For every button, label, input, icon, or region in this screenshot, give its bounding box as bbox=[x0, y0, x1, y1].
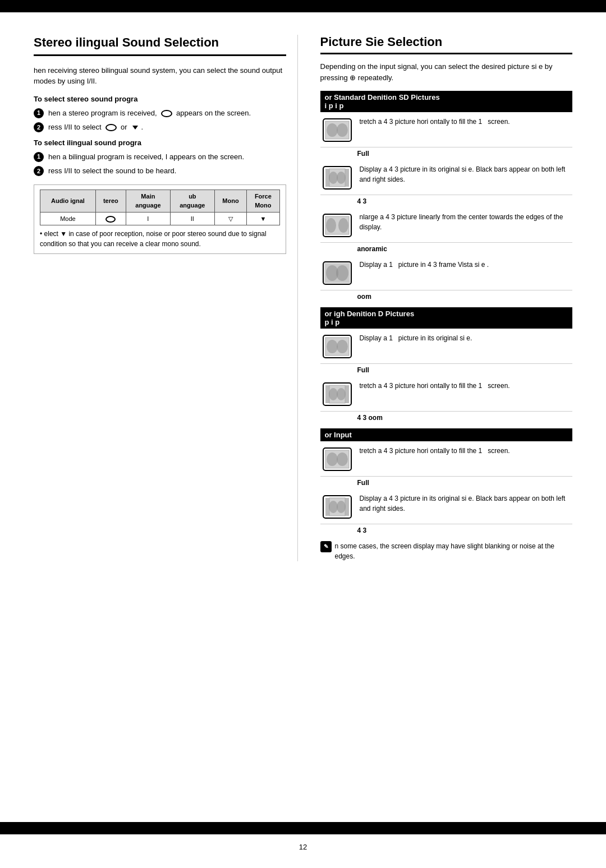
stereo-heading: To select stereo sound progra bbox=[34, 95, 286, 103]
svg-point-27 bbox=[329, 388, 338, 400]
sd-panoramic-icon bbox=[320, 212, 354, 238]
sd-43-icon bbox=[320, 164, 354, 190]
hd-43zoom-desc: tretch a 4 3 picture hori ontally to fil… bbox=[360, 381, 573, 391]
hd-43zoom-label: 4 3 oom bbox=[320, 414, 573, 422]
right-intro: Depending on the input signal, you can s… bbox=[320, 61, 573, 83]
sd-subheading: i p i p bbox=[325, 101, 344, 110]
sd-header: or Standard Denition SD Pictures i p i p bbox=[320, 91, 573, 112]
svg-rect-6 bbox=[345, 169, 349, 187]
svg-point-13 bbox=[338, 218, 348, 233]
sd-panoramic-row: nlarge a 4 3 picture linearly from the c… bbox=[320, 207, 573, 243]
sd-panoramic-desc: nlarge a 4 3 picture linearly from the c… bbox=[360, 212, 573, 232]
bottom-note-text: n some cases, the screen display may hav… bbox=[335, 541, 573, 561]
right-title: Picture Sie Selection bbox=[320, 35, 573, 54]
bil-step-2-num: 2 bbox=[34, 166, 44, 176]
page-content: Stereo ilingual Sound Selection hen rece… bbox=[0, 12, 606, 606]
hd-section: or igh Denition D Pictures p i p bbox=[320, 307, 573, 422]
note-box: Audio ignal tereo Mainanguage ubanguage … bbox=[34, 184, 286, 255]
td-stereo-icon bbox=[95, 212, 126, 225]
th-sub: ubanguage bbox=[170, 190, 214, 212]
two-column-layout: Stereo ilingual Sound Selection hen rece… bbox=[34, 35, 572, 561]
pc-header: or Input bbox=[320, 428, 573, 441]
pc-full-row: tretch a 4 3 picture hori ontally to fil… bbox=[320, 441, 573, 477]
note-bullet: • elect ▼ in case of poor reception, noi… bbox=[40, 229, 280, 249]
pc-full-label: Full bbox=[320, 479, 573, 487]
sd-43-desc: Display a 4 3 picture in its original si… bbox=[360, 164, 573, 184]
tv-43-svg bbox=[322, 165, 352, 190]
stereo-section: To select stereo sound progra 1 hen a st… bbox=[34, 95, 286, 133]
svg-rect-25 bbox=[345, 385, 349, 403]
svg-point-21 bbox=[327, 340, 338, 353]
th-mono: Mono bbox=[214, 190, 246, 212]
th-force: ForceMono bbox=[247, 190, 279, 212]
hd-heading: or igh Denition D Pictures bbox=[325, 310, 415, 318]
sd-full-row: tretch a 4 3 picture hori ontally to fil… bbox=[320, 112, 573, 147]
svg-point-12 bbox=[326, 218, 336, 233]
sd-zoom-desc: Display a 1 picture in 4 3 frame Vista s… bbox=[360, 260, 573, 270]
step-2-num: 2 bbox=[34, 122, 44, 132]
td-I: I bbox=[126, 212, 170, 225]
svg-point-38 bbox=[337, 501, 346, 513]
pc-full-desc: tretch a 4 3 picture hori ontally to fil… bbox=[360, 446, 573, 456]
th-audio: Audio ignal bbox=[40, 190, 96, 212]
down-arrow-icon bbox=[132, 126, 138, 130]
hd-full-label: Full bbox=[320, 366, 573, 374]
audio-mode-table: Audio ignal tereo Mainanguage ubanguage … bbox=[40, 190, 280, 226]
td-mode: Mode bbox=[40, 212, 96, 225]
pc-full-icon bbox=[320, 446, 354, 472]
page-number: 12 bbox=[0, 843, 606, 851]
sd-full-label: Full bbox=[320, 150, 573, 158]
svg-point-37 bbox=[329, 501, 338, 513]
hd-full-desc: Display a 1 picture in its original si e… bbox=[360, 333, 573, 343]
svg-point-2 bbox=[327, 123, 338, 137]
sd-zoom-label: oom bbox=[320, 293, 573, 301]
sd-43-row: Display a 4 3 picture in its original si… bbox=[320, 160, 573, 195]
pc-43-label: 4 3 bbox=[320, 527, 573, 534]
hd-subheading: p i p bbox=[325, 318, 340, 326]
sd-heading: or Standard Denition SD Pictures bbox=[325, 93, 440, 101]
bilingual-step-1: 1 hen a bilingual program is received, I… bbox=[34, 151, 286, 163]
bottom-bar bbox=[0, 822, 606, 834]
step-1-num: 1 bbox=[34, 108, 44, 118]
pc-section: or Input tretch a 4 3 picture hori onta bbox=[320, 428, 573, 534]
svg-point-9 bbox=[337, 172, 346, 184]
top-bar bbox=[0, 0, 606, 12]
svg-point-18 bbox=[336, 265, 348, 281]
note-icon: ✎ bbox=[320, 541, 332, 552]
right-column: Picture Sie Selection Depending on the i… bbox=[320, 35, 573, 561]
td-mono-arrow: ▽ bbox=[214, 212, 246, 225]
tv-pc-43-svg bbox=[322, 495, 352, 519]
th-stereo: tereo bbox=[95, 190, 126, 212]
pc-43-row: Display a 4 3 picture in its original si… bbox=[320, 489, 573, 524]
hd-header: or igh Denition D Pictures p i p bbox=[320, 307, 573, 329]
svg-point-22 bbox=[337, 340, 348, 353]
bilingual-step-2: 2 ress I/II to select the sound to be he… bbox=[34, 165, 286, 177]
svg-point-28 bbox=[337, 388, 346, 400]
svg-rect-35 bbox=[345, 498, 349, 516]
svg-point-32 bbox=[337, 453, 348, 466]
bilingual-section: To select ilingual sound progra 1 hen a … bbox=[34, 138, 286, 177]
stereo-step-2-text: ress I/II to select or . bbox=[48, 122, 286, 133]
pc-43-desc: Display a 4 3 picture in its original si… bbox=[360, 493, 573, 514]
sd-zoom-row: Display a 1 picture in 4 3 frame Vista s… bbox=[320, 255, 573, 290]
th-main: Mainanguage bbox=[126, 190, 170, 212]
svg-rect-24 bbox=[325, 385, 329, 403]
left-title: Stereo ilingual Sound Selection bbox=[34, 35, 286, 56]
svg-point-31 bbox=[327, 453, 338, 466]
sd-zoom-icon bbox=[320, 260, 354, 285]
pc-43-icon bbox=[320, 493, 354, 519]
pc-heading: or Input bbox=[325, 431, 352, 439]
left-intro: hen receiving stereo bilingual sound sys… bbox=[34, 65, 286, 87]
td-II: II bbox=[170, 212, 214, 225]
sd-section: or Standard Denition SD Pictures i p i p bbox=[320, 91, 573, 301]
sd-full-icon bbox=[320, 117, 354, 142]
stereo-step-1: 1 hen a stereo program is received, appe… bbox=[34, 108, 286, 119]
hd-43zoom-row: tretch a 4 3 picture hori ontally to fil… bbox=[320, 376, 573, 412]
hd-43zoom-icon bbox=[320, 381, 354, 407]
stereo-step-1-text: hen a stereo program is received, appear… bbox=[48, 108, 286, 119]
tv-zoom-svg bbox=[322, 261, 352, 285]
sd-full-desc: tretch a 4 3 picture hori ontally to fil… bbox=[360, 117, 573, 127]
tv-panoramic-svg bbox=[322, 213, 352, 238]
bil-step-1-text: hen a bilingual program is received, I a… bbox=[48, 151, 286, 163]
stereo-step-2: 2 ress I/II to select or . bbox=[34, 122, 286, 133]
